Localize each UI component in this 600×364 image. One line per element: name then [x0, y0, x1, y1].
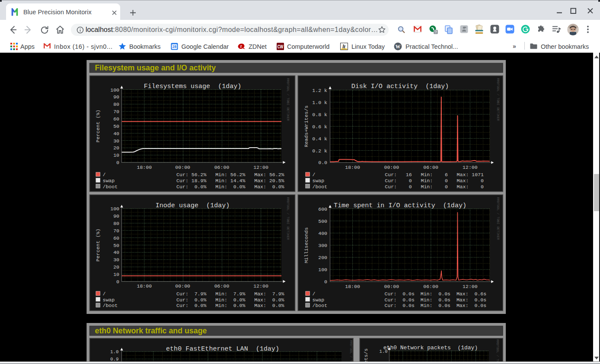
svg-text:RRDTOOL / TOBI OETIKER: RRDTOOL / TOBI OETIKER	[496, 197, 500, 241]
svg-text:eth0 FastEthernet LAN (1day): eth0 FastEthernet LAN (1day)	[166, 345, 279, 353]
svg-text:70: 70	[113, 228, 119, 234]
svg-text:200: 200	[318, 255, 327, 260]
svg-text:Time spent in I/O activity (1: Time spent in I/O activity (1day)	[334, 202, 466, 209]
svg-text:10: 10	[113, 272, 119, 277]
svg-text:60: 60	[113, 116, 119, 122]
svg-text:/boot: /boot	[313, 303, 328, 308]
svg-text:Filesystem usage and I/O activ: Filesystem usage and I/O activity	[95, 63, 216, 72]
svg-text:0.0: 0.0	[318, 160, 327, 165]
svg-text:Cur: 16 Min: 6 Max: 1: Cur: 16 Min: 6 Max: 1071	[385, 172, 484, 177]
svg-text:Cur: 0 Min: 0 Max:: Cur: 0 Min: 0 Max: 0	[385, 178, 484, 184]
svg-text:Z: Z	[240, 44, 242, 48]
svg-text:swap: swap	[103, 297, 115, 303]
svg-text:0: 0	[116, 160, 119, 165]
svg-text:12:00: 12:00	[253, 283, 268, 289]
svg-text:Percent (%): Percent (%)	[95, 110, 101, 142]
svg-text:18:00: 18:00	[137, 283, 152, 289]
svg-text:Percent (%): Percent (%)	[95, 228, 101, 261]
svg-text:0.8 k: 0.8 k	[312, 112, 327, 117]
svg-text:00:00: 00:00	[384, 284, 399, 289]
svg-text:12:00: 12:00	[463, 284, 478, 289]
svg-text:500: 500	[318, 218, 327, 224]
svg-text:RRDTOOL / TOBI OETIKER: RRDTOOL / TOBI OETIKER	[286, 78, 290, 121]
svg-text:Cur: 0 Min: 0 Max:: Cur: 0 Min: 0 Max: 0	[385, 184, 484, 190]
svg-text:RRDTOOL / TOBI OETIKER: RRDTOOL / TOBI OETIKER	[349, 340, 353, 364]
svg-text:Cur: 0.0s Min: 0.0s Max:: Cur: 0.0s Min: 0.0s Max: 0.0s	[385, 297, 487, 303]
svg-text:100: 100	[318, 267, 327, 272]
svg-text:70: 70	[113, 109, 119, 114]
svg-text:/boot: /boot	[103, 184, 118, 190]
svg-text:28: 28	[172, 44, 177, 49]
svg-text:?: ?	[435, 30, 437, 34]
svg-text:Filesystems usage (1day): Filesystems usage (1day)	[144, 82, 242, 90]
svg-text:30: 30	[113, 138, 119, 144]
svg-text:40: 40	[113, 131, 119, 136]
svg-text:300: 300	[318, 243, 327, 248]
svg-text:/: /	[103, 172, 106, 177]
svg-text:50: 50	[113, 123, 119, 129]
svg-text:06:00: 06:00	[214, 283, 230, 289]
svg-text:80: 80	[113, 101, 119, 107]
svg-text:eth0 Network traffic and usage: eth0 Network traffic and usage	[95, 326, 207, 335]
svg-text:eth0 Network packets (1day): eth0 Network packets (1day)	[383, 345, 478, 351]
svg-text:Cur: 0.0% Min: 0.0% Max:: Cur: 0.0% Min: 0.0% Max: 0.0%	[176, 184, 284, 190]
svg-text:/: /	[313, 172, 316, 177]
svg-text:18:00: 18:00	[345, 284, 360, 289]
svg-text:Cur: 0.0s Min: 0.0s Max:: Cur: 0.0s Min: 0.0s Max: 0.0s	[385, 303, 487, 308]
svg-text:CW: CW	[278, 45, 284, 49]
svg-text:0.4 k: 0.4 k	[312, 136, 327, 142]
svg-text:Cur: 0.0s Min: 0.0s Max:: Cur: 0.0s Min: 0.0s Max: 0.6s	[385, 291, 487, 297]
svg-text:00:00: 00:00	[175, 165, 190, 170]
svg-text:12:00: 12:00	[463, 165, 478, 170]
svg-text:0.2 k: 0.2 k	[312, 148, 327, 154]
svg-text:100: 100	[110, 87, 119, 93]
svg-text:60: 60	[113, 235, 119, 241]
svg-text:100: 100	[110, 206, 119, 212]
svg-text:Inode usage (1day): Inode usage (1day)	[156, 202, 230, 209]
svg-text:0.6 k: 0.6 k	[312, 124, 327, 130]
svg-text:12:00: 12:00	[253, 165, 268, 170]
svg-text:00:00: 00:00	[175, 283, 190, 289]
svg-text:20: 20	[113, 145, 119, 151]
svg-text:RRDTOOL / TOBI OETIKER: RRDTOOL / TOBI OETIKER	[496, 78, 500, 121]
svg-text:/boot: /boot	[313, 184, 328, 190]
svg-text:W: W	[396, 44, 401, 49]
svg-text:1.0: 1.0	[110, 349, 118, 355]
svg-text:06:00: 06:00	[423, 284, 438, 289]
svg-text:RRDTOOL / TOBI OETIKER: RRDTOOL / TOBI OETIKER	[496, 339, 499, 364]
svg-text:18:00: 18:00	[137, 165, 152, 170]
svg-text:Milliseconds: Milliseconds	[303, 227, 309, 263]
svg-text:30: 30	[113, 257, 119, 263]
svg-text:Disk I/O activity (1day): Disk I/O activity (1day)	[351, 82, 449, 90]
svg-text:Cur: 0.0% Min: 0.0% Max:: Cur: 0.0% Min: 0.0% Max: 0.0%	[176, 303, 284, 308]
svg-text:RRDTOOL / TOBI OETIKER: RRDTOOL / TOBI OETIKER	[286, 197, 290, 241]
svg-text:10: 10	[113, 152, 119, 158]
svg-text:18:00: 18:00	[345, 165, 360, 170]
svg-text:600: 600	[318, 206, 327, 212]
svg-text:06:00: 06:00	[214, 165, 230, 170]
svg-text:20: 20	[113, 264, 119, 270]
svg-text:/: /	[103, 291, 106, 297]
svg-text:Cur: 18.9% Min: 14.4% Max:: Cur: 18.9% Min: 14.4% Max: 20.5%	[176, 178, 284, 184]
svg-text:0: 0	[116, 279, 119, 285]
svg-text:90: 90	[113, 94, 119, 100]
svg-text:50: 50	[113, 243, 119, 248]
svg-text:400: 400	[318, 231, 327, 236]
svg-text:swap: swap	[103, 178, 115, 184]
svg-text:Reads+Writes/s: Reads+Writes/s	[303, 105, 309, 147]
svg-text:40: 40	[113, 250, 119, 255]
svg-text:90: 90	[113, 213, 119, 219]
svg-text:Cur: 0.0% Min: 0.0% Max:: Cur: 0.0% Min: 0.0% Max: 0.0%	[176, 297, 284, 303]
svg-text:06:00: 06:00	[423, 165, 438, 170]
svg-text:/boot: /boot	[103, 303, 118, 308]
svg-text:swap: swap	[313, 178, 325, 184]
svg-text:0: 0	[324, 279, 327, 285]
svg-text:Cur: 56.2% Min: 56.2% Max:: Cur: 56.2% Min: 56.2% Max: 56.2%	[176, 172, 284, 177]
svg-text:1.0 k: 1.0 k	[312, 100, 327, 105]
svg-text:1.2 k: 1.2 k	[312, 88, 327, 93]
svg-text:Cur: 7.9% Min: 7.9% Max:: Cur: 7.9% Min: 7.9% Max: 7.9%	[176, 291, 284, 297]
svg-text:swap: swap	[313, 297, 325, 303]
svg-text:80: 80	[113, 221, 119, 226]
svg-text:00:00: 00:00	[384, 165, 399, 170]
svg-text:/: /	[313, 291, 316, 297]
